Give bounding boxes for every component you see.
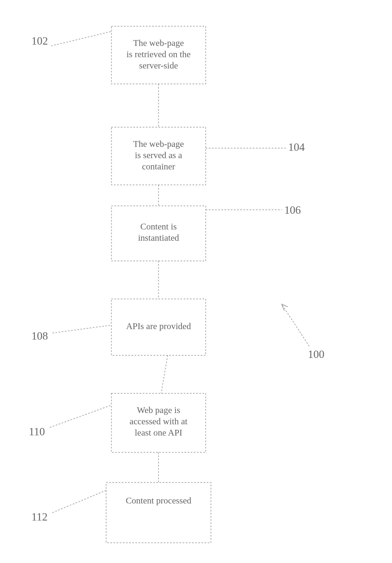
leader-100-arrowhead: [282, 304, 288, 311]
connector-108-110: [161, 355, 168, 393]
box-108-line1: APIs are provided: [126, 321, 191, 331]
box-110-line3: least one API: [135, 428, 182, 437]
ref-label-112: 112: [31, 511, 47, 523]
ref-label-108: 108: [31, 330, 48, 342]
box-102-line2: is retrieved on the: [127, 49, 191, 59]
box-104-line1: The web-page: [133, 139, 184, 149]
box-110-line2: accessed with at: [130, 416, 188, 426]
ref-label-110: 110: [29, 426, 45, 438]
leader-110: [50, 405, 111, 427]
box-102-line1: The web-page: [133, 38, 184, 48]
box-112-line1: Content processed: [126, 496, 191, 505]
ref-label-106: 106: [284, 204, 301, 216]
box-104-line3: container: [142, 162, 175, 171]
leader-108: [52, 325, 111, 333]
ref-label-104: 104: [288, 141, 305, 153]
leader-102: [51, 31, 111, 46]
box-106-line1: Content is: [140, 222, 177, 231]
box-104-line2: is served as a: [135, 150, 182, 160]
leader-100: [282, 304, 309, 346]
ref-label-100: 100: [308, 348, 324, 360]
box-112: [106, 482, 211, 543]
leader-112: [52, 490, 106, 513]
ref-label-102: 102: [31, 35, 48, 47]
box-110-line1: Web page is: [137, 405, 180, 415]
box-106-line2: instantiated: [138, 233, 179, 243]
box-102-line3: server-side: [139, 61, 178, 70]
flowchart-diagram: The web-page is retrieved on the server-…: [0, 0, 392, 563]
